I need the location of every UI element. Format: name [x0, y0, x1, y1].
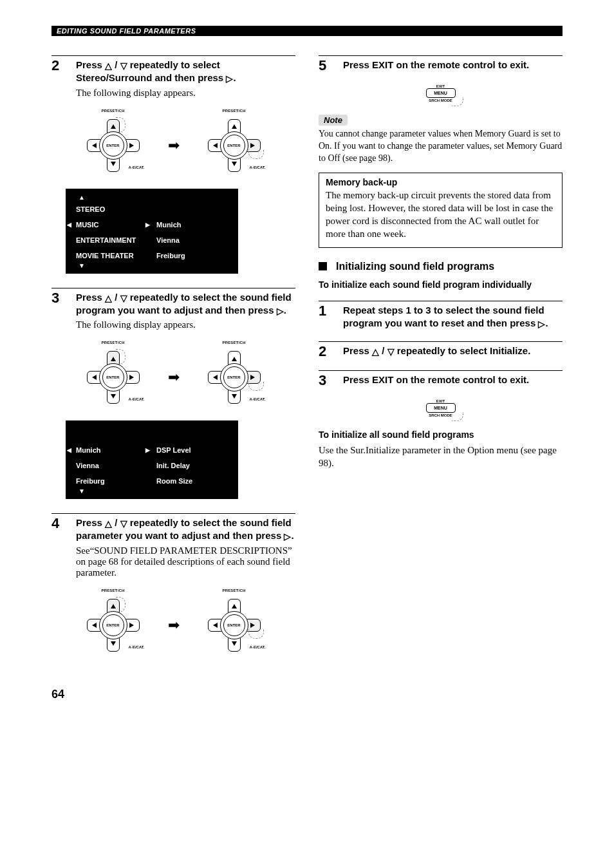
step-number: 5 — [319, 59, 333, 73]
step-number: 2 — [319, 344, 333, 359]
page-number: 64 — [51, 688, 563, 701]
osd-item: STEREO — [76, 205, 105, 213]
remote-dpad-right-highlight: PRESET/CH ENTER A-E/CAT. — [199, 342, 270, 413]
up-triangle-icon: △ — [105, 294, 112, 303]
init-all-body: Use the Sur.Initialize parameter in the … — [319, 444, 563, 470]
menu-button-srch-label: SRCH MODE — [426, 99, 456, 102]
rule — [51, 288, 295, 288]
text: Press — [76, 59, 105, 70]
subsection-heading: Initializing sound field programs — [319, 261, 563, 272]
init-step-3-instruction: Press EXIT on the remote control to exit… — [343, 373, 563, 386]
memory-backup-title: Memory back-up — [326, 177, 555, 187]
step-3-followup: The following display appears. — [76, 319, 295, 330]
right-column: 5 Press EXIT on the remote control to ex… — [319, 55, 563, 668]
up-triangle-icon: △ — [105, 519, 112, 528]
remote-br-label: A-E/CAT. — [250, 645, 266, 649]
osd-item: Freiburg — [76, 477, 105, 485]
osd-item: Room Size — [156, 477, 192, 485]
remote-top-label: PRESET/CH — [101, 341, 124, 344]
step-number: 3 — [51, 291, 66, 331]
square-bullet-icon — [319, 262, 327, 270]
osd-item: Freiburg — [156, 252, 185, 259]
right-triangle-icon: ▷ — [226, 74, 233, 83]
arrow-right-icon: ➡ — [168, 369, 180, 386]
remote-dpad-right-highlight: PRESET/CH ENTER A-E/CAT. — [199, 110, 270, 181]
arrow-right-icon: ➡ — [168, 137, 180, 154]
remote-top-label: PRESET/CH — [222, 589, 245, 592]
osd-item: DSP Level — [156, 446, 191, 454]
section-header-bar: EDITING SOUND FIELD PARAMETERS — [51, 26, 563, 36]
dpad-enter-button: ENTER — [99, 131, 127, 160]
osd-item: Vienna — [156, 236, 180, 244]
two-column-layout: 2 Press △ / ▽ repeatedly to select Stere… — [51, 55, 563, 668]
initializing-heading: Initializing sound field programs — [336, 261, 494, 272]
text: Press — [343, 345, 372, 356]
text: / — [112, 517, 120, 528]
menu-button-illustration: EXIT MENU SRCH MODE — [319, 399, 563, 417]
text: Repeat steps 1 to 3 to select the sound … — [343, 305, 544, 328]
text: . — [545, 317, 548, 328]
rule — [319, 341, 563, 342]
step-4: 4 Press △ / ▽ repeatedly to select the s… — [51, 516, 295, 578]
remote-dpad-right-highlight: PRESET/CH ENTER A-E/CAT. — [199, 590, 270, 661]
text: . — [233, 72, 236, 83]
dpad-enter-button: ENTER — [220, 131, 248, 160]
osd-item: Init. Delay — [156, 462, 190, 469]
rule — [319, 55, 563, 56]
step-4-followup: See“SOUND FIELD PARAMETER DESCRIPTIONS” … — [76, 545, 295, 578]
step-2-followup: The following display appears. — [76, 88, 295, 99]
osd-item-selected: Munich — [76, 446, 101, 454]
down-triangle-icon: ▽ — [120, 61, 127, 70]
text: / — [112, 292, 120, 303]
dpad-enter-button: ENTER — [99, 363, 127, 392]
remote-illustration-row: PRESET/CH ENTER A-E/CAT. ➡ PRESET/CH — [51, 110, 295, 181]
dpad-enter-button: ENTER — [220, 363, 248, 392]
osd-item: Munich — [156, 221, 181, 229]
down-triangle-icon: ▽ — [120, 294, 127, 303]
step-number: 3 — [319, 373, 333, 388]
note-text: You cannot change parameter values when … — [319, 128, 563, 165]
note-label: Note — [319, 115, 348, 126]
text: . — [284, 305, 286, 316]
remote-br-label: A-E/CAT. — [250, 397, 266, 401]
memory-backup-body: The memory back-up circuit prevents the … — [326, 189, 555, 241]
left-column: 2 Press △ / ▽ repeatedly to select Stere… — [51, 55, 295, 668]
initializing-subheading: To initialize each sound field program i… — [319, 279, 563, 290]
up-triangle-icon: △ — [372, 347, 379, 356]
menu-button-srch-label: SRCH MODE — [426, 413, 456, 417]
menu-button: MENU — [426, 403, 456, 413]
step-5: 5 Press EXIT on the remote control to ex… — [319, 59, 563, 73]
down-triangle-icon: ▽ — [120, 519, 127, 528]
rule — [51, 513, 295, 514]
remote-top-label: PRESET/CH — [222, 341, 245, 344]
step-number: 4 — [51, 516, 66, 578]
init-step-1: 1 Repeat steps 1 to 3 to select the soun… — [319, 304, 563, 330]
osd-item: ENTERTAINMENT — [76, 236, 136, 244]
init-step-3: 3 Press EXIT on the remote control to ex… — [319, 373, 563, 388]
menu-button-illustration: EXIT MENU SRCH MODE — [319, 84, 563, 102]
step-2-instruction: Press △ / ▽ repeatedly to select Stereo/… — [76, 59, 295, 85]
rule — [51, 55, 295, 56]
text: / — [112, 59, 120, 70]
remote-br-label: A-E/CAT. — [129, 645, 145, 649]
step-2: 2 Press △ / ▽ repeatedly to select Stere… — [51, 59, 295, 99]
step-3-instruction: Press △ / ▽ repeatedly to select the sou… — [76, 291, 295, 317]
osd-screen-step3: ◀ Munich ▶ DSP Level Vienna Init. Delay … — [66, 420, 238, 499]
text: . — [291, 530, 293, 541]
remote-top-label: PRESET/CH — [101, 589, 124, 592]
remote-br-label: A-E/CAT. — [250, 165, 266, 169]
remote-dpad-up-highlight: PRESET/CH ENTER A-E/CAT. — [78, 590, 149, 661]
init-step-2: 2 Press △ / ▽ repeatedly to select Initi… — [319, 344, 563, 359]
step-4-instruction: Press △ / ▽ repeatedly to select the sou… — [76, 516, 295, 543]
step-3: 3 Press △ / ▽ repeatedly to select the s… — [51, 291, 295, 331]
right-triangle-icon: ▷ — [277, 307, 284, 316]
step-number: 2 — [51, 59, 66, 99]
text: Press — [76, 292, 105, 303]
remote-dpad-up-highlight: PRESET/CH ENTER A-E/CAT. — [78, 342, 149, 413]
right-triangle-icon: ▷ — [284, 532, 291, 541]
remote-br-label: A-E/CAT. — [129, 165, 145, 169]
up-triangle-icon: △ — [105, 61, 112, 70]
step-number: 1 — [319, 304, 333, 330]
dpad-enter-button: ENTER — [220, 611, 248, 639]
right-triangle-icon: ▷ — [538, 319, 545, 328]
